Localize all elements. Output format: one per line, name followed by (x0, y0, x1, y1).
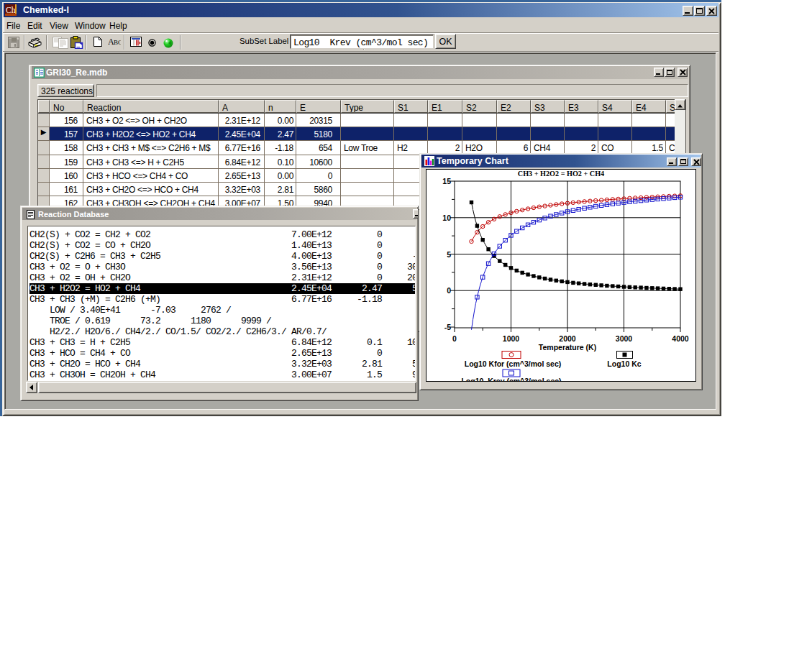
svg-text:5: 5 (447, 250, 451, 259)
svg-text:Log10 Kc: Log10 Kc (607, 359, 641, 368)
svg-text:2000: 2000 (559, 334, 576, 343)
svg-text:3000: 3000 (616, 334, 633, 343)
svg-text:Log10 Krev (cm^3/mol sec): Log10 Krev (cm^3/mol sec) (461, 377, 561, 381)
svg-text:1000: 1000 (503, 334, 520, 343)
svg-text:Log10 Kfor (cm^3/mol sec): Log10 Kfor (cm^3/mol sec) (465, 359, 562, 368)
svg-text:Ch: Ch (6, 6, 16, 14)
svg-text:CH3 + H2O2 = HO2 + CH4: CH3 + H2O2 = HO2 + CH4 (518, 170, 604, 178)
svg-text:0: 0 (447, 286, 451, 295)
svg-text:Temperature (K): Temperature (K) (539, 343, 596, 352)
svg-text:BC: BC (114, 39, 121, 46)
svg-text:10: 10 (442, 213, 451, 222)
svg-text:-5: -5 (444, 323, 451, 331)
svg-text:0: 0 (452, 334, 457, 343)
svg-text:15: 15 (442, 177, 451, 185)
svg-text:4000: 4000 (672, 334, 689, 343)
